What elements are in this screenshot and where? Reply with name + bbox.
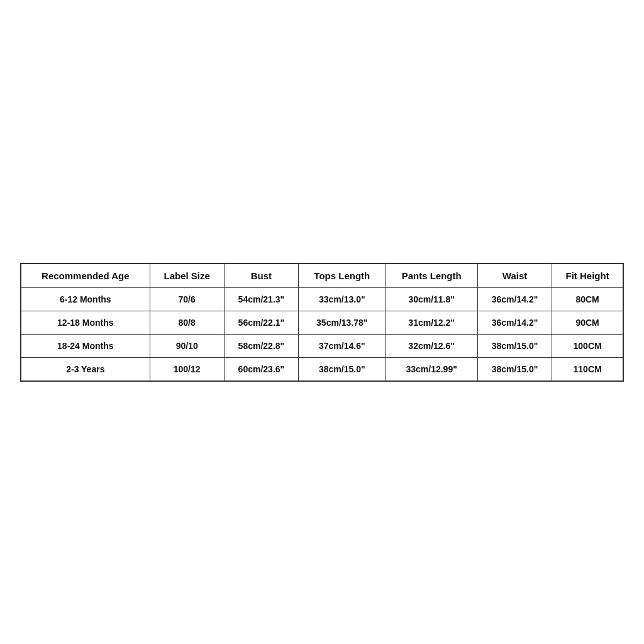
header-recommended-age: Recommended Age [21,264,150,288]
cell-bust: 54cm/21.3" [224,287,298,311]
header-tops-length: Tops Length [299,264,386,288]
cell-fit_height: 110CM [552,357,623,381]
header-label-size: Label Size [150,264,224,288]
cell-fit_height: 80CM [552,287,623,311]
cell-age: 18-24 Months [21,334,150,357]
cell-fit_height: 100CM [552,334,623,357]
header-waist: Waist [477,264,552,288]
cell-age: 12-18 Months [21,311,150,334]
table-row: 18-24 Months90/1058cm/22.8"37cm/14.6"32c… [21,334,623,357]
cell-tops_length: 33cm/13.0" [299,287,386,311]
table-row: 2-3 Years100/1260cm/23.6"38cm/15.0"33cm/… [21,357,623,381]
cell-label_size: 70/6 [150,287,224,311]
size-chart-table: Recommended Age Label Size Bust Tops Len… [20,263,624,382]
cell-label_size: 90/10 [150,334,224,357]
cell-pants_length: 33cm/12.99" [386,357,477,381]
header-pants-length: Pants Length [386,264,477,288]
table-row: 6-12 Months70/654cm/21.3"33cm/13.0"30cm/… [21,287,623,311]
cell-label_size: 100/12 [150,357,224,381]
cell-tops_length: 37cm/14.6" [299,334,386,357]
cell-waist: 38cm/15.0" [477,357,552,381]
cell-tops_length: 35cm/13.78" [299,311,386,334]
cell-waist: 36cm/14.2" [477,287,552,311]
table-row: 12-18 Months80/856cm/22.1"35cm/13.78"31c… [21,311,623,334]
cell-fit_height: 90CM [552,311,623,334]
cell-bust: 60cm/23.6" [224,357,298,381]
cell-age: 2-3 Years [21,357,150,381]
table-header-row: Recommended Age Label Size Bust Tops Len… [21,264,623,288]
cell-pants_length: 32cm/12.6" [386,334,477,357]
header-fit-height: Fit Height [552,264,623,288]
cell-pants_length: 30cm/11.8" [386,287,477,311]
cell-tops_length: 38cm/15.0" [299,357,386,381]
cell-pants_length: 31cm/12.2" [386,311,477,334]
cell-label_size: 80/8 [150,311,224,334]
size-chart-container: Recommended Age Label Size Bust Tops Len… [20,263,624,382]
cell-waist: 38cm/15.0" [477,334,552,357]
cell-bust: 58cm/22.8" [224,334,298,357]
header-bust: Bust [224,264,298,288]
cell-age: 6-12 Months [21,287,150,311]
cell-bust: 56cm/22.1" [224,311,298,334]
cell-waist: 36cm/14.2" [477,311,552,334]
